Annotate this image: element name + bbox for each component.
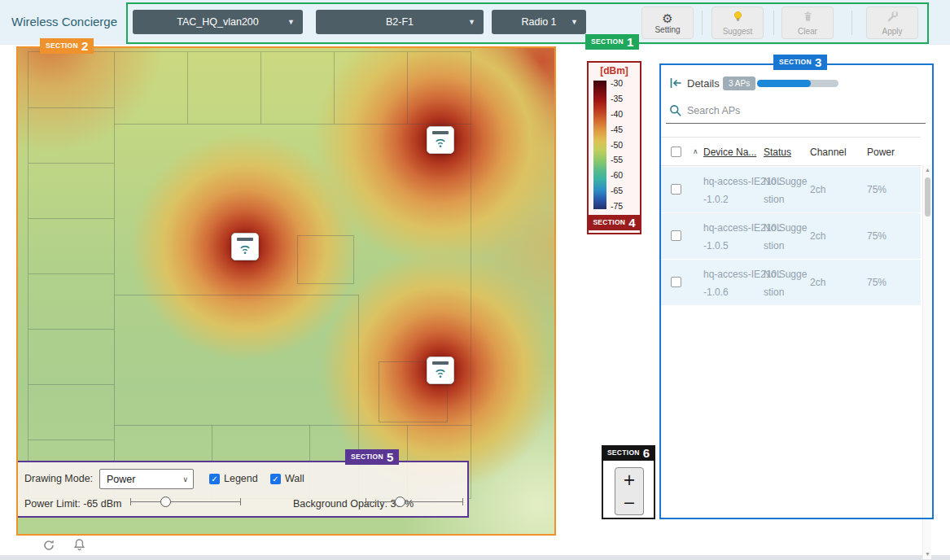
zoom-out-button[interactable]: − [615, 491, 644, 515]
floor-plan [28, 51, 471, 499]
access-point-icon[interactable] [427, 357, 454, 384]
wifi-icon [433, 366, 448, 378]
bell-icon[interactable] [73, 538, 85, 555]
toolbar-divider [702, 11, 703, 35]
row-checkbox[interactable] [671, 184, 681, 195]
ap-channel: 2ch [810, 273, 825, 291]
slider-tick [130, 498, 131, 505]
section-badge-label: SECTION [593, 219, 625, 226]
slider-tick [240, 498, 241, 505]
lightbulb-icon [732, 11, 744, 26]
section-badge-number: 2 [81, 40, 88, 52]
scroll-down-icon[interactable]: ▼ [923, 551, 932, 557]
collapse-panel-icon[interactable] [669, 77, 683, 93]
wrench-icon [887, 11, 899, 26]
column-header-power: Power [867, 147, 895, 158]
suggest-button[interactable]: Suggest [711, 7, 764, 39]
ap-progress-bar[interactable] [757, 80, 838, 87]
trash-icon [802, 11, 814, 26]
section-badge-number: 5 [387, 451, 393, 463]
ap-power: 75% [867, 227, 887, 245]
setting-button[interactable]: ⚙ Setting [641, 7, 694, 39]
scroll-up-icon[interactable]: ▲ [923, 167, 932, 173]
section-badge-number: 1 [627, 36, 633, 48]
network-select-value: TAC_HQ_vlan200 [177, 16, 259, 28]
toolbar-divider [773, 11, 774, 35]
heatmap-overlay [18, 48, 554, 534]
refresh-icon[interactable] [42, 539, 55, 555]
access-point-icon[interactable] [231, 233, 259, 260]
column-header-status[interactable]: Status [764, 147, 791, 158]
legend-tick: -45 [611, 125, 623, 134]
floor-select[interactable]: B2-F1 ▼ [316, 10, 484, 34]
details-title: Details [687, 77, 720, 90]
wifi-icon [238, 243, 252, 255]
column-header-device[interactable]: Device Na... [703, 147, 756, 158]
clear-button[interactable]: Clear [781, 7, 834, 39]
ap-power: 75% [867, 273, 887, 291]
drawing-panel: Drawing Mode: Power ∨ ✓ Legend ✓ Wall Po… [18, 462, 467, 516]
sort-ascending-icon[interactable]: ∧ [693, 147, 698, 155]
legend-title: [dBm] [587, 65, 641, 77]
chevron-down-icon: ▼ [571, 18, 578, 26]
legend-tick: -30 [611, 78, 623, 88]
search-underline [666, 123, 926, 124]
section-badge-label: SECTION [779, 59, 812, 66]
row-checkbox[interactable] [671, 230, 681, 241]
table-header: ∧ Device Na... Status Channel Power [661, 137, 921, 166]
ap-table-row[interactable]: hq-access-IE210L-1.0.2 No Suggestion 2ch… [661, 167, 921, 212]
legend-tick: -75 [611, 201, 623, 211]
search-aps-input[interactable] [687, 103, 899, 119]
slider-thumb[interactable] [395, 497, 405, 507]
opacity-slider[interactable] [366, 497, 463, 508]
drawing-mode-select[interactable]: Power ∨ [99, 469, 194, 489]
scrollbar[interactable]: ▲ ▼ [922, 164, 931, 559]
radio-select-value: Radio 1 [521, 16, 556, 28]
bottom-strip [0, 555, 950, 560]
legend-ticks: -30 -35 -40 -45 -50 -55 -60 -65 -75 [611, 78, 623, 211]
access-point-icon[interactable] [427, 126, 454, 154]
power-limit-label: Power Limit: -65 dBm [24, 498, 121, 510]
ap-progress-fill [757, 80, 811, 87]
drawing-mode-value: Power [107, 474, 135, 485]
ap-device-bar [432, 131, 449, 134]
ap-device-bar [237, 238, 253, 241]
wall-checkbox[interactable]: ✓ [270, 474, 281, 484]
legend-tick: -65 [611, 186, 623, 195]
ap-details-panel: Details 3 APs ∧ Device Na... Status Chan… [661, 65, 932, 518]
section-badge-number: 3 [815, 56, 821, 68]
legend-checkbox[interactable]: ✓ [209, 474, 220, 484]
section-badge-label: SECTION [46, 42, 78, 50]
toolbar-divider [851, 11, 852, 35]
chevron-down-icon: ∨ [182, 475, 188, 483]
legend-colorbar [593, 81, 606, 209]
ap-power: 75% [867, 181, 887, 199]
scrollbar-thumb[interactable] [925, 177, 930, 217]
ap-table-row[interactable]: hq-access-IE210L-1.0.6 No Suggestion 2ch… [661, 260, 921, 305]
network-select[interactable]: TAC_HQ_vlan200 ▼ [133, 10, 303, 34]
section-badge-number: 4 [628, 217, 635, 229]
ap-channel: 2ch [810, 181, 825, 199]
legend-tick: -55 [611, 155, 623, 164]
ap-channel: 2ch [810, 227, 825, 245]
apply-button[interactable]: Apply [866, 7, 918, 39]
legend-tick: -35 [611, 94, 623, 103]
section5-badge: SECTION 5 [345, 449, 399, 465]
apply-button-label: Apply [882, 27, 902, 36]
slider-thumb[interactable] [160, 497, 171, 507]
row-checkbox[interactable] [671, 277, 681, 287]
ap-count-badge: 3 APs [723, 77, 755, 90]
search-icon [669, 104, 682, 120]
floor-select-value: B2-F1 [386, 16, 414, 28]
select-all-checkbox[interactable] [671, 147, 681, 157]
slider-tick [462, 498, 463, 505]
section-badge-label: SECTION [351, 453, 383, 461]
section-badge-label: SECTION [591, 38, 624, 46]
ap-table-row[interactable]: hq-access-IE210L-1.0.5 No Suggestion 2ch… [661, 213, 921, 259]
power-limit-slider[interactable] [130, 497, 241, 508]
radio-select[interactable]: Radio 1 ▼ [492, 10, 586, 34]
app-title: Wireless Concierge [11, 15, 117, 28]
drawing-mode-label: Drawing Mode: [24, 473, 93, 484]
zoom-in-button[interactable]: + [615, 467, 644, 492]
legend-tick: -50 [611, 140, 623, 150]
